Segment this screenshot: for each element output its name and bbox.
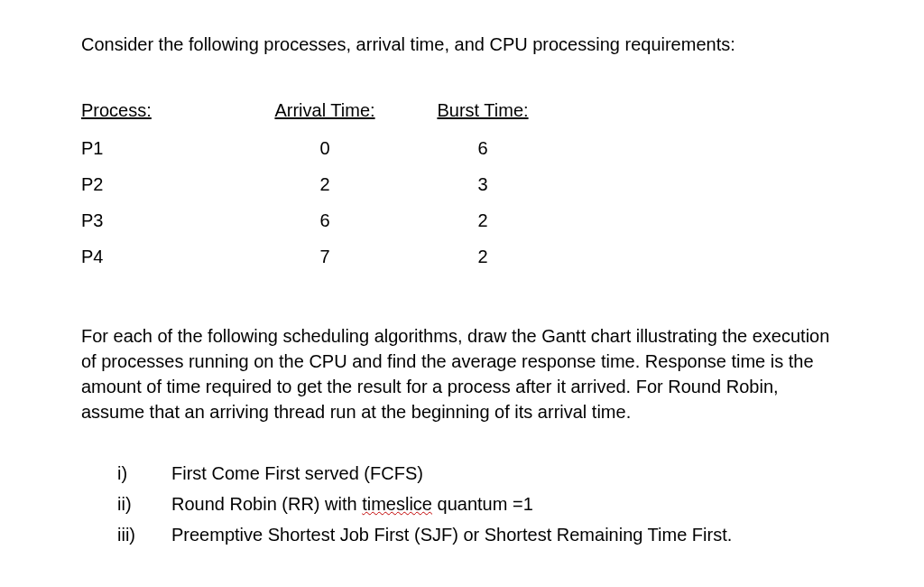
cell-arrival: 7: [239, 244, 411, 269]
list-marker: iii): [117, 522, 171, 547]
description-text: For each of the following scheduling alg…: [81, 323, 843, 424]
list-text: First Come First served (FCFS): [171, 461, 423, 486]
list-text: Preemptive Shortest Job First (SJF) or S…: [171, 522, 732, 547]
intro-text: Consider the following processes, arriva…: [81, 32, 843, 57]
list-item: iii) Preemptive Shortest Job First (SJF)…: [117, 522, 843, 547]
spellcheck-word: timeslice: [362, 494, 432, 514]
list-item: i) First Come First served (FCFS): [117, 461, 843, 486]
list-text: Round Robin (RR) with timeslice quantum …: [171, 491, 533, 517]
cell-process: P2: [81, 172, 239, 197]
column-arrival: Arrival Time: 0 2 6 7: [239, 98, 411, 280]
cell-burst: 6: [411, 135, 555, 161]
header-arrival: Arrival Time:: [239, 98, 411, 123]
column-process: Process: P1 P2 P3 P4: [81, 98, 239, 280]
cell-arrival: 2: [239, 172, 411, 197]
cell-burst: 3: [411, 172, 555, 197]
cell-burst: 2: [411, 244, 555, 269]
list-marker: ii): [117, 491, 171, 517]
process-table: Process: P1 P2 P3 P4 Arrival Time: 0 2 6…: [81, 98, 843, 280]
list-item: ii) Round Robin (RR) with timeslice quan…: [117, 491, 843, 517]
cell-burst: 2: [411, 208, 555, 233]
cell-arrival: 6: [239, 208, 411, 233]
header-process: Process:: [81, 98, 239, 123]
list-marker: i): [117, 461, 171, 486]
cell-process: P3: [81, 208, 239, 233]
cell-process: P4: [81, 244, 239, 269]
question-list: i) First Come First served (FCFS) ii) Ro…: [81, 461, 843, 547]
cell-arrival: 0: [239, 135, 411, 161]
cell-process: P1: [81, 135, 239, 161]
header-burst: Burst Time:: [411, 98, 555, 123]
column-burst: Burst Time: 6 3 2 2: [411, 98, 555, 280]
